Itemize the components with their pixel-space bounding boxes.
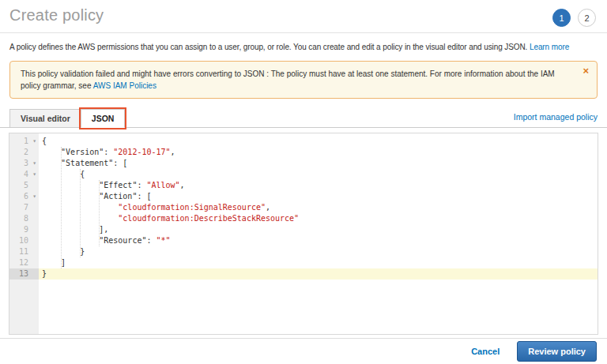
gutter-line: 1▾ <box>9 136 39 147</box>
code-line[interactable]: "Version": "2012-10-17", <box>39 147 598 158</box>
code-line[interactable]: } <box>39 246 598 257</box>
code-line[interactable]: "Resource": "*" <box>39 235 598 246</box>
gutter-line: 9 <box>9 224 39 235</box>
gutter-line: 7 <box>9 202 39 213</box>
gutter-line: 8 <box>9 213 39 224</box>
tab-json[interactable]: JSON <box>81 109 126 128</box>
gutter-line: 5 <box>9 180 39 191</box>
fold-toggle-icon[interactable]: ▾ <box>32 137 36 146</box>
gutter-line: 11 <box>9 246 39 257</box>
aws-iam-policies-link[interactable]: AWS IAM Policies <box>93 81 156 90</box>
intro-text-body: A policy defines the AWS permissions tha… <box>9 43 530 51</box>
page-title: Create policy <box>9 6 104 24</box>
code-line[interactable]: "Statement": [ <box>39 158 598 169</box>
gutter-line: 3▾ <box>9 158 39 169</box>
editor-gutter: 1▾23▾4▾56▾78910111213 <box>9 133 39 334</box>
review-policy-button[interactable]: Review policy <box>517 341 597 362</box>
fold-toggle-icon[interactable]: ▾ <box>32 170 36 179</box>
code-line[interactable]: { <box>39 136 598 147</box>
editor-text-area[interactable]: { "Version": "2012-10-17", "Statement": … <box>39 133 598 334</box>
code-line[interactable]: "Effect": "Allow", <box>39 180 598 191</box>
footer: Cancel Review policy <box>0 338 607 364</box>
code-line[interactable]: ], <box>39 224 598 235</box>
code-line[interactable]: { <box>39 169 598 180</box>
fold-toggle-icon[interactable]: ▾ <box>32 159 36 168</box>
json-editor: 1▾23▾4▾56▾78910111213 { "Version": "2012… <box>9 133 598 335</box>
tab-visual-editor[interactable]: Visual editor <box>9 109 81 128</box>
step-1-badge: 1 <box>552 9 571 27</box>
step-indicator: 1 2 <box>552 6 598 27</box>
gutter-line: 10 <box>9 235 39 246</box>
gutter-line: 6▾ <box>9 191 39 202</box>
gutter-line: 12 <box>9 257 39 268</box>
code-line[interactable]: "Action": [ <box>39 191 598 202</box>
code-line[interactable]: "cloudformation:SignalResource", <box>39 202 598 213</box>
gutter-line: 13 <box>9 268 39 280</box>
gutter-line: 4▾ <box>9 169 39 180</box>
learn-more-link[interactable]: Learn more <box>530 43 569 51</box>
code-line[interactable]: "cloudformation:DescribeStackResource" <box>39 213 598 224</box>
validation-alert: This policy validation failed and might … <box>9 61 598 99</box>
page-header: Create policy 1 2 <box>0 0 607 33</box>
code-line[interactable]: } <box>39 268 598 280</box>
cancel-button[interactable]: Cancel <box>471 347 500 356</box>
intro-text: A policy defines the AWS permissions tha… <box>0 33 607 51</box>
import-managed-policy-link[interactable]: Import managed policy <box>514 112 598 125</box>
step-2-badge: 2 <box>578 9 596 27</box>
create-policy-page: Create policy 1 2 A policy defines the A… <box>0 0 607 364</box>
close-icon[interactable]: × <box>582 66 589 76</box>
gutter-line: 2 <box>9 147 39 158</box>
code-line[interactable]: ] <box>39 257 598 268</box>
tab-bar: Visual editor JSON Import managed policy <box>0 109 607 128</box>
fold-toggle-icon[interactable]: ▾ <box>32 192 36 201</box>
